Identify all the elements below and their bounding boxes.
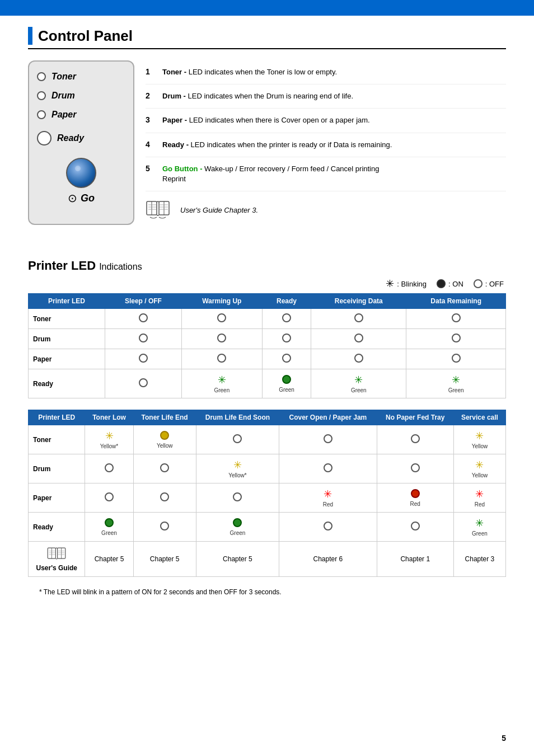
t2-ready-cover [279,513,377,542]
t1-paper-remaining [406,349,506,369]
t2-paper-low [85,483,133,513]
t2-paper-service: ✳ Red [453,483,505,513]
ug-chapter-4: Chapter 6 [279,542,377,577]
ug-chapter-3: Chapter 5 [196,542,279,577]
t1-header-ready: Ready [262,294,311,309]
callout-text-5: Go Button - Wake-up / Error recovery / F… [162,164,379,184]
users-guide-row: User's Guide Chapter 5 Chapter 5 Chapter… [29,542,506,577]
table-row: Drum [29,329,506,349]
off-icon [474,279,483,288]
t1-header-warmup: Warming Up [181,294,262,309]
callout-number-1: 1 [146,67,157,76]
t2-ready-drum-end: Green [196,513,279,542]
blink-label: : Blinking [397,280,427,288]
t1-drum-led: Drum [29,329,105,349]
table-row: Ready Green Green ✳ Green [29,513,506,542]
go-button-icon: ⊙ [68,191,77,205]
page-number: 5 [502,734,506,743]
t1-drum-receiving [311,329,406,349]
t2-toner-led: Toner [29,425,85,454]
t1-ready-led: Ready [29,369,105,398]
control-panel-title: Control Panel [38,27,133,45]
t2-ready-low: Green [85,513,133,542]
control-panel-area: Toner Drum Paper Ready ⊙ Go [28,60,506,225]
t1-toner-sleep [105,309,181,329]
callout-number-4: 4 [146,140,157,149]
t2-drum-no-paper [377,454,453,483]
t1-ready-receiving: ✳ Green [311,369,406,398]
t2-header-led: Printer LED [29,410,85,425]
t1-paper-led: Paper [29,349,105,369]
paper-led-label: Paper [51,110,76,120]
table-row: Toner [29,309,506,329]
t1-ready-remaining: ✳ Green [406,369,506,398]
t1-header-led: Printer LED [29,294,105,309]
legend-off: : OFF [474,279,504,288]
t1-drum-warmup [181,329,262,349]
t2-header-drum-end: Drum Life End Soon [196,410,279,425]
drum-led-indicator [37,91,46,100]
t2-toner-cover [279,425,377,454]
callout-number-3: 3 [146,115,157,124]
callout-bold-2: Drum - [162,92,186,100]
t2-toner-low: ✳ Yellow* [85,425,133,454]
table-row: Drum ✳ Yellow* ✳ Yellow [29,454,506,483]
t2-toner-end: Yellow [133,425,196,454]
ug-chapter-1: Chapter 5 [85,542,133,577]
t2-paper-cover: ✳ Red [279,483,377,513]
t1-toner-receiving [311,309,406,329]
t2-drum-low [85,454,133,483]
t2-drum-drum-end: ✳ Yellow* [196,454,279,483]
led-table-1: Printer LED Sleep / OFF Warming Up Ready… [28,293,506,398]
t2-header-no-paper: No Paper Fed Tray [377,410,453,425]
t2-header-service: Service call [453,410,505,425]
t2-header-toner-end: Toner Life End [133,410,196,425]
callout-2: 2 Drum - LED indicates when the Drum is … [146,84,506,109]
t1-ready-warmup: ✳ Green [181,369,262,398]
on-icon [437,279,446,288]
callout-text-3: Paper - LED indicates when there is Cove… [162,115,370,125]
callout-bold-1: Toner - [162,68,186,76]
table-row: Paper [29,349,506,369]
users-guide-label: User's Guide [36,564,77,572]
t2-drum-led: Drum [29,454,85,483]
ready-led-indicator [37,131,51,145]
callout-4: 4 Ready - LED indicates when the printer… [146,133,506,157]
t2-paper-toner-end [133,483,196,513]
t1-ready-sleep [105,369,181,398]
user-guide-note: User's Guide Chapter 3. [146,195,506,225]
t2-ready-service: ✳ Green [453,513,505,542]
title-accent-bar [28,27,32,45]
table-row: Ready ✳ Green Green ✳ Green [29,369,506,398]
callout-text-4: Ready - LED indicates when the printer i… [162,140,392,150]
ug-chapter-5: Chapter 1 [377,542,453,577]
t1-drum-ready [262,329,311,349]
book-icon-small [46,546,67,563]
callout-area: 1 Toner - LED indicates when the Toner i… [146,60,506,225]
printer-diagram: Toner Drum Paper Ready ⊙ Go [28,60,134,225]
control-panel-heading: Control Panel [28,27,506,49]
t2-drum-service: ✳ Yellow [453,454,505,483]
led-section-subtitle: Indications [99,262,142,271]
t1-paper-sleep [105,349,181,369]
table-row: Toner ✳ Yellow* Yellow ✳ Yellow [29,425,506,454]
user-guide-text: User's Guide Chapter 3. [180,206,258,214]
t1-header-sleep: Sleep / OFF [105,294,181,309]
t2-toner-service: ✳ Yellow [453,425,505,454]
callout-number-5: 5 [146,164,157,173]
on-label: : ON [448,280,463,288]
t2-toner-drum-end [196,425,279,454]
callout-bold-5: Go Button - [162,165,202,173]
t2-header-toner-low: Toner Low [85,410,133,425]
t2-paper-no-paper: Red [377,483,453,513]
t1-header-remaining: Data Remaining [406,294,506,309]
t1-ready-ready: Green [262,369,311,398]
t1-drum-sleep [105,329,181,349]
t2-paper-drum-end [196,483,279,513]
callout-1: 1 Toner - LED indicates when the Toner i… [146,60,506,84]
go-label-row: ⊙ Go [68,191,95,205]
t2-toner-no-paper [377,425,453,454]
t2-ready-toner-end [133,513,196,542]
callout-number-2: 2 [146,91,157,100]
t1-paper-warmup [181,349,262,369]
